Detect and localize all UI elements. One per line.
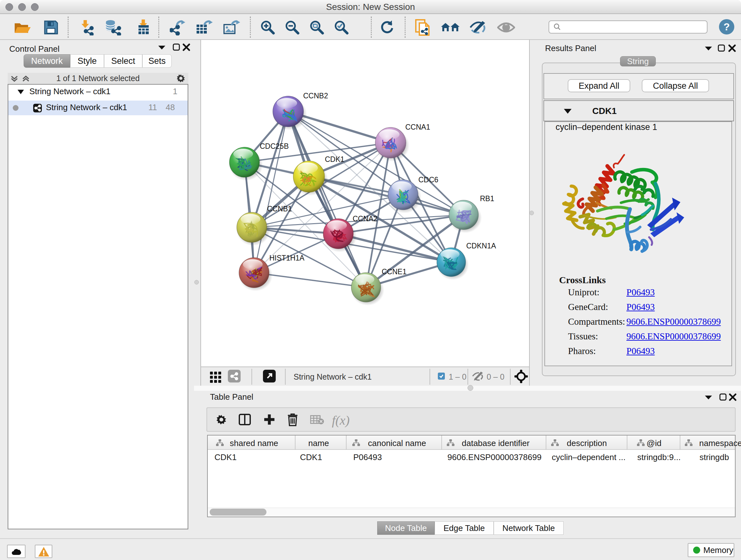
svg-text:CCNA2: CCNA2 [353, 214, 378, 223]
svg-text:HIST1H1A: HIST1H1A [269, 254, 305, 262]
svg-text:CDKN1A: CDKN1A [466, 242, 496, 250]
svg-text:CDC25B: CDC25B [260, 142, 289, 150]
svg-text:CCNE1: CCNE1 [382, 267, 407, 276]
svg-text:CDK1: CDK1 [325, 155, 344, 164]
svg-text:CCNB2: CCNB2 [303, 91, 328, 100]
svg-text:CCNA1: CCNA1 [405, 123, 430, 131]
svg-text:RB1: RB1 [480, 194, 494, 203]
svg-text:CDC6: CDC6 [418, 176, 439, 184]
svg-text:CCNB1: CCNB1 [267, 205, 292, 213]
